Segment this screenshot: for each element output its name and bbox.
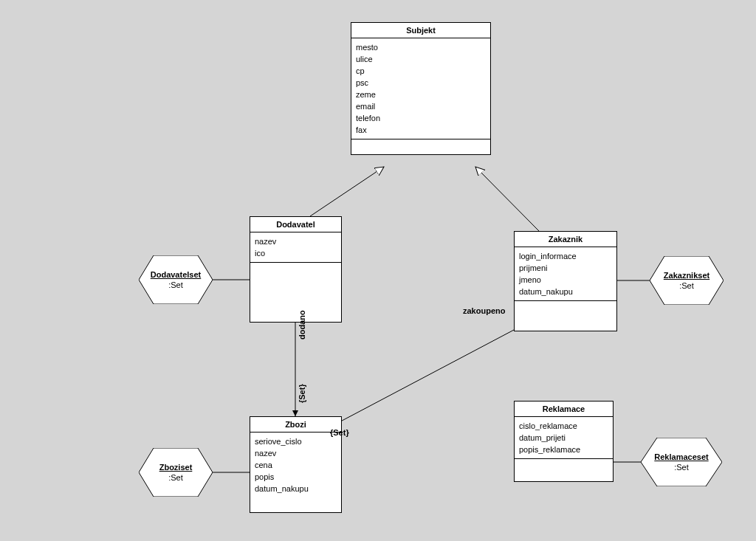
hex-name: Zboziset — [139, 462, 213, 472]
class-title: Reklamace — [515, 402, 613, 417]
class-ops — [250, 497, 341, 512]
class-ops — [250, 263, 341, 322]
class-attrs: nazev ico — [250, 232, 341, 263]
class-attrs: cislo_reklamace datum_prijeti popis_rekl… — [515, 417, 613, 459]
class-ops — [351, 139, 490, 154]
class-title: Zbozi — [250, 417, 341, 433]
class-attrs: seriove_cislo nazev cena popis datum_nak… — [250, 433, 341, 497]
attr: zeme — [356, 89, 486, 100]
attr: cislo_reklamace — [519, 420, 608, 432]
attr: popis_reklamace — [519, 444, 608, 455]
hex-zakaznikset[interactable]: Zakaznikset :Set — [650, 256, 724, 305]
label-zakoupeno: zakoupeno — [463, 306, 505, 315]
attr: fax — [356, 124, 486, 136]
attr: seriove_cislo — [255, 435, 337, 447]
attr: datum_nakupu — [255, 483, 337, 495]
hex-type: :Set — [650, 280, 724, 291]
attr: datum_nakupu — [519, 286, 612, 297]
attr: nazev — [255, 235, 337, 247]
attr: ulice — [356, 53, 486, 65]
class-zakaznik[interactable]: Zakaznik login_informace prijmeni jmeno … — [514, 231, 617, 331]
attr: mesto — [356, 41, 486, 53]
class-zbozi[interactable]: Zbozi seriove_cislo nazev cena popis dat… — [250, 416, 342, 513]
svg-line-0 — [310, 167, 384, 216]
attr: email — [356, 100, 486, 112]
attr: prijmeni — [519, 262, 612, 274]
class-title: Subjekt — [351, 23, 490, 38]
class-attrs: mesto ulice cp psc zeme email telefon fa… — [351, 38, 490, 139]
label-set2: {Set} — [330, 428, 349, 437]
class-ops — [515, 301, 616, 331]
hex-type: :Set — [139, 472, 213, 483]
hex-name: Reklamaceset — [641, 452, 722, 462]
svg-line-1 — [475, 167, 539, 231]
svg-line-3 — [331, 330, 514, 427]
hex-zboziset[interactable]: Zboziset :Set — [139, 448, 213, 497]
hex-type: :Set — [139, 280, 213, 290]
attr: psc — [356, 77, 486, 89]
attr: login_informace — [519, 250, 612, 262]
label-dodano: dodano — [298, 310, 306, 340]
class-title: Dodavatel — [250, 217, 341, 232]
label-set1: {Set} — [298, 384, 306, 403]
attr: datum_prijeti — [519, 432, 608, 444]
attr: cp — [356, 65, 486, 77]
attr: cena — [255, 459, 337, 471]
hex-type: :Set — [641, 462, 722, 472]
class-reklamace[interactable]: Reklamace cislo_reklamace datum_prijeti … — [514, 401, 614, 482]
class-ops — [515, 459, 613, 481]
class-attrs: login_informace prijmeni jmeno datum_nak… — [515, 247, 616, 301]
class-title: Zakaznik — [515, 232, 616, 247]
attr: nazev — [255, 447, 337, 459]
attr: jmeno — [519, 274, 612, 286]
attr: ico — [255, 247, 337, 259]
hex-name: Dodavatelset — [139, 269, 213, 280]
hex-reklamaceset[interactable]: Reklamaceset :Set — [641, 438, 722, 486]
attr: telefon — [356, 112, 486, 124]
class-dodavatel[interactable]: Dodavatel nazev ico — [250, 216, 342, 323]
diagram-canvas: Subjekt mesto ulice cp psc zeme email te… — [0, 0, 756, 541]
attr: popis — [255, 471, 337, 483]
hex-dodavatelset[interactable]: Dodavatelset :Set — [139, 255, 213, 304]
class-subjekt[interactable]: Subjekt mesto ulice cp psc zeme email te… — [351, 22, 491, 155]
hex-name: Zakaznikset — [650, 270, 724, 280]
